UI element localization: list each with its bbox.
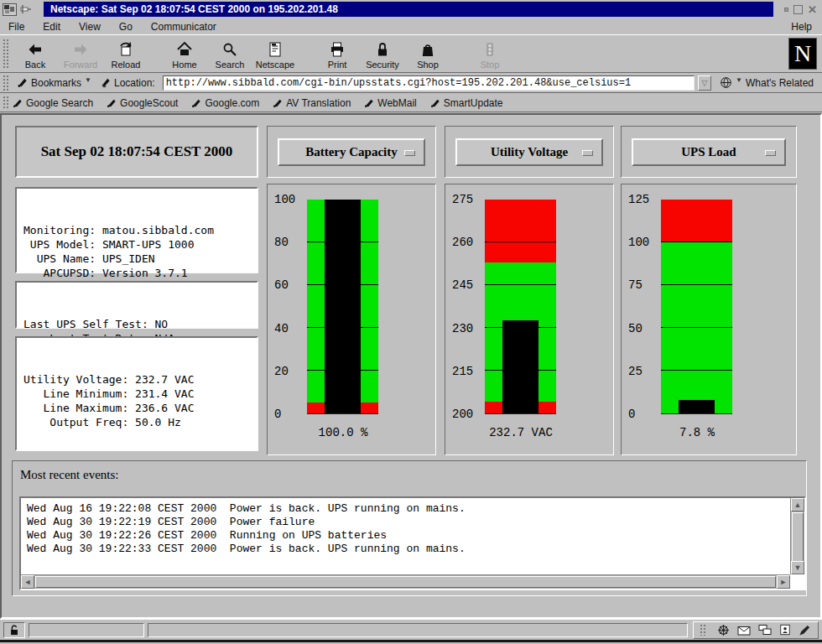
netscape-n-logo[interactable]: N <box>788 38 817 70</box>
gauge-tick-label: 275 <box>452 193 473 206</box>
horizontal-scrollbar[interactable]: ◄ ► <box>21 574 790 589</box>
menu-help[interactable]: Help <box>791 21 812 33</box>
window-title: Netscape: Sat Sep 02 18:07:54 CEST 2000 … <box>44 2 773 17</box>
bookmarks-caret-icon: ▼ <box>85 76 91 84</box>
back-button[interactable]: Back <box>13 36 58 71</box>
gauge-scale: 200215230245260275 <box>452 200 482 414</box>
component-bar-grip[interactable] <box>700 624 706 636</box>
personal-toolbar-grip[interactable] <box>3 96 9 110</box>
gauge-value-bar <box>502 320 538 413</box>
url-input[interactable] <box>163 75 695 91</box>
scroll-down-arrow[interactable]: ▼ <box>791 561 804 574</box>
gauge-tick-label: 100 <box>628 236 649 249</box>
mailbox-icon[interactable] <box>737 625 751 636</box>
utility-voltage-select[interactable]: Utility Voltage <box>455 138 603 166</box>
location-bookmark-icon[interactable] <box>100 77 111 88</box>
personal-bookmark-smartupdate[interactable]: SmartUpdate <box>430 97 503 109</box>
gauge-tick-label: 60 <box>274 278 289 292</box>
scroll-left-arrow[interactable]: ◄ <box>21 575 34 589</box>
gauge-value-label: 232.7 VAC <box>445 426 596 439</box>
option-menu-dash-icon <box>765 150 776 156</box>
security-status-button[interactable] <box>3 622 25 638</box>
menu-edit[interactable]: Edit <box>43 21 60 33</box>
gauge-tick-label: 0 <box>274 408 281 421</box>
page-date-heading: Sat Sep 02 18:07:54 CEST 2000 <box>15 126 258 178</box>
url-history-dropdown[interactable]: ▽ <box>698 75 711 91</box>
personal-bookmark-googlescout[interactable]: GoogleScout <box>107 97 178 109</box>
bookmarks-button[interactable]: Bookmarks ▼ <box>13 75 96 91</box>
bookmark-icon <box>107 98 117 108</box>
menu-bar: FileEditViewGoCommunicator Help <box>0 18 822 34</box>
vertical-scroll-thumb[interactable] <box>792 512 804 563</box>
personal-bookmark-google-search[interactable]: Google Search <box>13 97 93 109</box>
bookmark-icon <box>17 77 28 88</box>
gauge-column <box>307 200 378 414</box>
home-button[interactable]: Home <box>162 36 207 71</box>
events-label: Most recent events: <box>20 468 118 482</box>
print-button[interactable]: Print <box>315 36 360 71</box>
gauge-tick-line <box>661 327 732 328</box>
ups-info-box: Monitoring: matou.sibbald.com UPS Model:… <box>15 187 258 273</box>
bookmark-icon <box>364 98 374 108</box>
whats-related-button[interactable]: ▼ What's Related <box>716 75 819 91</box>
events-textarea[interactable]: Wed Aug 16 19:22:08 CEST 2000 Power is b… <box>19 496 806 590</box>
forward-button[interactable]: Forward <box>58 36 103 71</box>
gauge-tick-label: 230 <box>452 322 473 335</box>
gauge-tick-label: 215 <box>452 365 473 378</box>
battery-capacity-select[interactable]: Battery Capacity <box>278 138 425 166</box>
scroll-right-arrow[interactable]: ► <box>777 575 790 589</box>
window-pin-icon[interactable] <box>20 4 32 14</box>
netscape-page-icon <box>267 41 284 58</box>
window-menu-icon[interactable] <box>3 3 17 16</box>
close-button[interactable]: ✕ <box>808 5 817 14</box>
shop-button[interactable]: Shop <box>405 36 450 71</box>
ups-load-select[interactable]: UPS Load <box>632 138 785 166</box>
gauge-zone-green <box>661 242 732 413</box>
gauge-tick-label: 40 <box>274 322 289 335</box>
personal-bookmark-av-translation[interactable]: AV Translation <box>273 97 351 109</box>
vertical-scrollbar[interactable]: ▲ ▼ <box>790 498 804 574</box>
menu-communicator[interactable]: Communicator <box>151 21 216 33</box>
back-icon <box>27 41 44 58</box>
stop-button[interactable]: Stop <box>467 36 512 71</box>
search-button[interactable]: Search <box>207 36 252 71</box>
gauge-zone-red <box>485 200 556 262</box>
selftest-box: Last UPS Self Test: NO Last Test Date: N… <box>15 281 258 329</box>
gauge-tick-label: 75 <box>628 278 643 292</box>
security-button[interactable]: Security <box>360 36 405 71</box>
scroll-up-arrow[interactable]: ▲ <box>791 498 804 512</box>
whats-related-caret-icon: ▼ <box>736 76 742 84</box>
minimize-button[interactable] <box>784 8 788 12</box>
location-toolbar-grip[interactable] <box>3 75 9 90</box>
browser-viewport: Sat Sep 02 18:07:54 CEST 2000 Battery Ca… <box>0 113 822 619</box>
bookmark-icon <box>191 98 201 108</box>
composer-pen-icon[interactable] <box>799 624 811 636</box>
utility-voltage-gauge: 200215230245260275 232.7 VAC <box>445 184 614 455</box>
option-menu-dash-icon <box>404 150 415 156</box>
events-text[interactable]: Wed Aug 16 19:22:08 CEST 2000 Power is b… <box>21 498 790 574</box>
toolbar-grip[interactable] <box>3 39 9 68</box>
personal-bookmark-webmail[interactable]: WebMail <box>364 97 416 109</box>
gauge-column <box>485 200 556 414</box>
gauge-scale: 0255075100125 <box>628 200 658 414</box>
personal-toolbar: Google SearchGoogleScoutGoogle.comAV Tra… <box>0 94 822 112</box>
discussions-icon[interactable] <box>758 624 772 636</box>
horizontal-scroll-thumb[interactable] <box>35 576 776 588</box>
gauge-tick-label: 80 <box>274 236 289 249</box>
gauge-tick-label: 125 <box>628 193 649 206</box>
gauge-tick-line <box>485 284 556 285</box>
menu-go[interactable]: Go <box>119 21 133 33</box>
search-icon <box>221 41 238 58</box>
netscape-button[interactable]: Netscape <box>252 36 298 71</box>
menu-file[interactable]: File <box>8 21 24 33</box>
menu-view[interactable]: View <box>79 21 101 33</box>
status-message-area <box>148 623 688 637</box>
utility-text: Utility Voltage: 232.7 VAC Line Minimum:… <box>23 372 250 429</box>
personal-bookmark-google-com[interactable]: Google.com <box>191 97 259 109</box>
open-padlock-icon <box>8 624 20 636</box>
reload-button[interactable]: Reload <box>103 36 148 71</box>
gauge-value-bar <box>679 400 715 413</box>
address-book-icon[interactable] <box>779 624 791 636</box>
navigator-wheel-icon[interactable] <box>717 624 730 636</box>
maximize-button[interactable] <box>793 5 803 14</box>
